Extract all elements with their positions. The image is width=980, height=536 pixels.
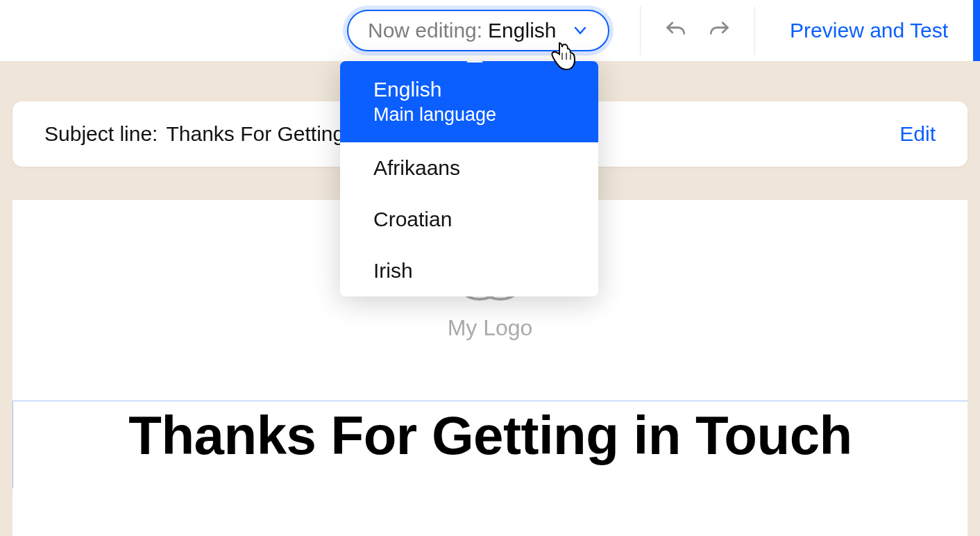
preview-and-test-label: Preview and Test [790,19,948,42]
undo-button[interactable] [656,11,695,50]
language-dropdown: English Main language Afrikaans Croatian… [340,61,598,296]
logo-placeholder-text: My Logo [448,315,533,341]
email-headline: Thanks For Getting in Touch [13,404,968,467]
undo-redo-group [630,6,765,55]
language-selector-current: English [488,19,556,42]
subject-line-label: Subject line: [44,122,158,146]
language-selector[interactable]: Now editing: English [347,10,609,51]
toolbar-accent-bar [973,0,980,61]
preview-and-test-button[interactable]: Preview and Test [765,0,973,61]
language-option-label: Afrikaans [373,156,460,179]
language-option-irish[interactable]: Irish [340,245,598,296]
language-option-sublabel: Main language [373,104,565,126]
undo-icon [664,19,687,42]
language-option-english[interactable]: English Main language [340,61,598,142]
toolbar-divider [640,6,641,55]
language-option-afrikaans[interactable]: Afrikaans [340,142,598,194]
toolbar-divider [754,6,755,55]
language-option-label: English [373,78,565,101]
editor-toolbar: Now editing: English Preview and Test [0,0,980,61]
edit-subject-button[interactable]: Edit [899,122,936,146]
redo-button[interactable] [700,11,739,50]
headline-block[interactable]: Thanks For Getting in Touch [12,401,968,488]
language-option-croatian[interactable]: Croatian [340,194,598,245]
language-selector-prefix: Now editing: [368,19,482,42]
language-option-label: Irish [373,259,413,282]
language-option-label: Croatian [373,208,452,231]
chevron-down-icon [572,22,589,39]
redo-icon [708,19,732,42]
